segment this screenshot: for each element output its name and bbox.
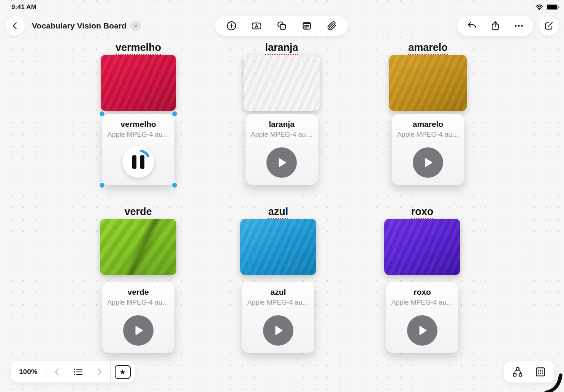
audio-format-label: Apple MPEG-4 au… xyxy=(102,299,174,307)
audio-title: verde xyxy=(102,288,174,297)
ellipsis-icon xyxy=(513,21,524,31)
board-list-button[interactable] xyxy=(68,361,89,383)
svg-text:A: A xyxy=(255,24,258,29)
previous-board-button[interactable] xyxy=(46,361,68,383)
right-toolbar xyxy=(457,16,534,36)
grid-view-button[interactable] xyxy=(533,364,548,380)
paperclip-icon xyxy=(326,21,337,31)
favorite-star-icon: ★ xyxy=(115,365,131,379)
word-label[interactable]: vermelho xyxy=(101,42,176,55)
markup-icon xyxy=(226,21,237,31)
zoom-navigation-bar: 100% ★ xyxy=(11,361,135,383)
audio-format-label: Apple MPEG-4 au… xyxy=(242,299,314,307)
status-bar: 9:41 AM xyxy=(0,3,564,13)
selection-handle[interactable] xyxy=(172,183,177,188)
word-label[interactable]: roxo xyxy=(384,206,460,219)
play-button[interactable] xyxy=(123,315,154,346)
audio-title: vermelho xyxy=(102,120,174,129)
audio-title: amarelo xyxy=(392,120,464,129)
audio-title: azul xyxy=(242,288,314,297)
audio-card-vermelho[interactable]: vermelho Apple MPEG-4 au… xyxy=(102,114,174,185)
play-button[interactable] xyxy=(413,147,443,178)
color-image-laranja[interactable] xyxy=(244,55,320,111)
share-button[interactable] xyxy=(488,17,503,34)
audio-title: laranja xyxy=(246,120,318,129)
selection-handle[interactable] xyxy=(100,111,105,116)
play-button[interactable] xyxy=(263,315,293,346)
audio-card-roxo[interactable]: roxo Apple MPEG-4 au… xyxy=(386,282,458,353)
audio-card-laranja[interactable]: laranja Apple MPEG-4 au… xyxy=(246,114,318,185)
wifi-icon xyxy=(535,4,543,10)
list-icon xyxy=(73,367,83,376)
shapes-tool-button[interactable] xyxy=(274,17,289,34)
word-label[interactable]: azul xyxy=(240,206,316,219)
word-label[interactable]: verde xyxy=(100,206,176,218)
audio-format-label: Apple MPEG-4 au… xyxy=(392,131,464,139)
audio-card-azul[interactable]: azul Apple MPEG-4 au… xyxy=(242,282,314,353)
undo-icon xyxy=(467,21,477,31)
audio-card-amarelo[interactable]: amarelo Apple MPEG-4 au… xyxy=(392,114,464,185)
audio-title: roxo xyxy=(386,288,458,297)
new-board-button[interactable] xyxy=(539,16,559,36)
shapes-icon xyxy=(276,21,287,31)
connector-diagram-button[interactable] xyxy=(510,364,525,380)
play-icon xyxy=(132,324,145,337)
favorites-button[interactable]: ★ xyxy=(111,361,135,383)
text-tool-button[interactable]: A xyxy=(249,17,264,34)
word-label[interactable]: laranja xyxy=(244,42,320,55)
color-image-azul[interactable] xyxy=(240,219,316,275)
audio-card-verde[interactable]: verde Apple MPEG-4 au… xyxy=(102,282,174,353)
selection-handle[interactable] xyxy=(172,111,177,116)
text-box-icon: A xyxy=(251,21,262,31)
play-icon xyxy=(416,324,429,337)
more-options-button[interactable] xyxy=(511,17,526,34)
back-button[interactable] xyxy=(5,16,25,36)
word-label[interactable]: amarelo xyxy=(389,42,467,55)
play-icon xyxy=(421,156,434,169)
battery-full-icon xyxy=(546,4,558,10)
share-icon xyxy=(490,21,501,31)
play-icon xyxy=(275,156,288,169)
color-image-verde[interactable] xyxy=(100,219,176,275)
play-button[interactable] xyxy=(266,147,297,178)
pause-icon xyxy=(132,155,136,169)
next-board-button[interactable] xyxy=(89,361,110,383)
center-toolbar: A xyxy=(215,16,348,36)
markup-tool-button[interactable] xyxy=(224,17,239,34)
next-icon xyxy=(96,368,103,376)
pause-button[interactable] xyxy=(122,146,154,178)
undo-button[interactable] xyxy=(464,17,480,34)
sticky-note-icon xyxy=(301,21,312,31)
zoom-level[interactable]: 100% xyxy=(11,368,46,376)
board-title-row: Vocabulary Vision Board xyxy=(32,19,141,33)
previous-icon xyxy=(53,368,61,376)
audio-format-label: Apple MPEG-4 au… xyxy=(246,131,318,139)
play-button[interactable] xyxy=(407,315,437,346)
page-title: Vocabulary Vision Board xyxy=(32,21,127,30)
canvas-tools-bar xyxy=(504,361,554,383)
color-image-vermelho[interactable] xyxy=(101,55,176,111)
chevron-down-icon xyxy=(133,23,138,28)
audio-format-label: Apple MPEG-4 au… xyxy=(386,299,458,307)
compose-icon xyxy=(544,21,554,31)
audio-format-label: Apple MPEG-4 au… xyxy=(102,131,174,139)
connector-diagram-icon xyxy=(512,366,523,378)
loading-spinner-icon xyxy=(122,146,154,178)
color-image-amarelo[interactable] xyxy=(389,55,467,111)
play-icon xyxy=(272,324,285,337)
status-icons xyxy=(535,4,558,10)
status-time: 9:41 AM xyxy=(11,3,36,11)
dots-grid-icon xyxy=(535,366,546,378)
note-tool-button[interactable] xyxy=(299,17,314,34)
chevron-left-icon xyxy=(11,22,19,30)
selection-handle[interactable] xyxy=(100,183,105,188)
color-image-roxo[interactable] xyxy=(384,219,460,275)
board-menu-button[interactable] xyxy=(130,21,141,31)
attach-media-button[interactable] xyxy=(324,17,339,34)
